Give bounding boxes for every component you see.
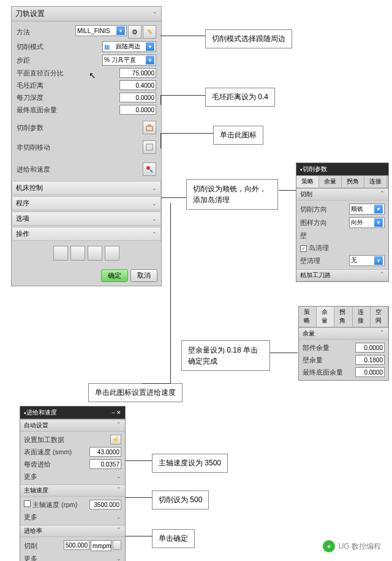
more2-label[interactable]: 更多	[24, 513, 37, 522]
floor-stock-input[interactable]	[355, 367, 385, 377]
leader-6h	[142, 383, 170, 384]
method-dropdown[interactable]: MILL_FINIS▼	[75, 25, 127, 36]
spindle-input[interactable]	[89, 500, 121, 509]
blank-input[interactable]	[119, 80, 156, 90]
leader-1	[160, 36, 205, 36]
program-section[interactable]: 程序⌄	[12, 196, 161, 210]
plane-label: 平面直径百分比	[17, 69, 64, 78]
callout-7: 主轴速度设为 3500	[152, 454, 228, 473]
wall-label: 壁	[300, 231, 307, 240]
tab-stock[interactable]: 余量	[319, 176, 342, 188]
stock-tab2[interactable]: 余量	[317, 307, 334, 327]
action-btn-4[interactable]	[105, 246, 119, 261]
leader-2b	[160, 95, 161, 105]
part-stock-label: 部件余量	[303, 343, 330, 353]
cutfeed-unit[interactable]: mmpm	[91, 540, 111, 551]
spindle-checkbox[interactable]	[24, 500, 31, 507]
leader-2a	[160, 95, 205, 96]
leader-4	[161, 197, 186, 198]
cutfeed-input[interactable]	[64, 540, 89, 550]
spindle-label: 主轴速度 (rpm)	[32, 501, 77, 508]
svg-rect-1	[146, 144, 153, 150]
tooth-input[interactable]	[89, 459, 121, 469]
stock-panel: 策略 余量 拐角 连接 空间 余量⌃ 部件余量 壁余量 最终底面余量	[298, 306, 389, 381]
ok-button[interactable]: 确定	[101, 269, 128, 282]
action-btn-2[interactable]	[70, 246, 85, 261]
bottom-input[interactable]	[119, 105, 156, 115]
callout-3: 单击此图标	[213, 126, 263, 145]
setdata-btn[interactable]: ⚡	[110, 435, 121, 445]
more1-label[interactable]: 更多	[24, 472, 37, 481]
island-label: 岛清理	[309, 244, 329, 251]
callout-2: 毛坯距离设为 0.4	[205, 88, 275, 107]
noncut-icon[interactable]	[143, 140, 156, 154]
wall-stock-input[interactable]	[355, 355, 385, 365]
cutdir-label: 切削方向	[300, 205, 327, 214]
bottom-label: 最终底面余量	[17, 105, 57, 115]
collapse-icon[interactable]: ⌃	[153, 11, 157, 17]
method-icon-1[interactable]: ⚙	[128, 25, 141, 39]
stock-tab4[interactable]: 连接	[353, 307, 371, 327]
noncut-label: 非切削移动	[17, 143, 50, 152]
leader-5	[270, 353, 298, 353]
cutparam-label: 切削参数	[17, 123, 43, 132]
leader-3	[160, 133, 213, 134]
stock-tab1[interactable]: 策略	[299, 307, 317, 327]
auto-section[interactable]: 自动设置⌃	[20, 419, 125, 432]
surf-input[interactable]	[89, 447, 121, 457]
leader-7	[126, 460, 152, 461]
step-row: 步距 % 刀具平直▼	[17, 53, 156, 67]
tab-corner[interactable]: 拐角	[342, 176, 364, 188]
step-dropdown[interactable]: % 刀具平直▼	[102, 55, 156, 66]
spindle-section[interactable]: 主轴速度⌃	[20, 484, 125, 497]
feed-icon[interactable]	[143, 162, 156, 176]
wallclean-dropdown[interactable]: 无▼	[349, 255, 385, 266]
leader-4r	[279, 190, 296, 191]
panel-title: 刀轨设置⌃	[12, 7, 161, 21]
cutparam-icon[interactable]	[143, 121, 156, 134]
finish-section[interactable]: 精加工刀路⌃	[296, 269, 388, 281]
depth-label: 每刀深度	[17, 93, 43, 102]
depth-input[interactable]	[119, 93, 156, 102]
leader-8	[126, 497, 152, 498]
plane-input[interactable]	[119, 68, 156, 78]
cancel-button[interactable]: 取消	[130, 269, 157, 282]
cut-section: 切削⌃	[296, 188, 388, 200]
part-stock-input[interactable]	[355, 343, 385, 353]
more3-label[interactable]: 更多	[24, 554, 37, 562]
wall-stock-label: 壁余量	[303, 356, 323, 365]
callout-8: 切削设为 500	[152, 490, 209, 509]
machine-control-section[interactable]: 机床控制⌄	[12, 181, 161, 195]
cutparams-tabs: 策略 余量 拐角 连接	[296, 176, 388, 188]
operation-section[interactable]: 操作⌃	[12, 227, 161, 241]
pattern-dropdown[interactable]: 向外▼	[349, 217, 385, 228]
tooth-label: 每齿进给	[24, 460, 51, 469]
cutfeed-calc-icon[interactable]	[113, 540, 121, 550]
method-label: 方法	[17, 28, 30, 37]
svg-rect-0	[146, 126, 153, 131]
option-section[interactable]: 选项⌄	[12, 212, 161, 226]
method-icon-2[interactable]: ✎	[143, 25, 156, 39]
action-toolbar	[12, 241, 161, 265]
wechat-icon: ✦	[323, 540, 335, 552]
blank-label: 毛坯距离	[17, 81, 43, 90]
stock-tab5[interactable]: 空间	[371, 307, 388, 327]
feed-title: ▪ 进给和速度– ✕	[20, 406, 125, 419]
cutmode-dropdown[interactable]: ▦ 跟随周边▼	[102, 41, 156, 52]
watermark-text: UG 数控编程	[339, 541, 381, 552]
tab-strategy[interactable]: 策略	[296, 176, 319, 188]
callout-4: 切削设为顺铣，向外，添加岛清理	[186, 179, 278, 210]
callout-5: 壁余量设为 0.18 单击确定完成	[181, 340, 270, 371]
leader-3b	[160, 133, 161, 148]
action-btn-3[interactable]	[88, 246, 102, 261]
tab-conn[interactable]: 连接	[364, 176, 387, 188]
setdata-label: 设置加工数据	[24, 435, 64, 445]
action-btn-1[interactable]	[53, 246, 68, 261]
cursor-icon: ↖	[89, 71, 96, 80]
toolpath-settings-panel: 刀轨设置⌃ 方法 MILL_FINIS▼ ⚙ ✎ 切削模式 ▦ 跟随周边▼ 步距…	[11, 6, 162, 286]
island-checkbox[interactable]: ✓	[300, 245, 307, 252]
feedrate-section[interactable]: 进给率⌃	[20, 525, 125, 537]
stock-tab3[interactable]: 拐角	[334, 307, 352, 327]
stock-section: 余量⌃	[299, 327, 388, 340]
cutdir-dropdown[interactable]: 顺铣▼	[349, 204, 385, 215]
